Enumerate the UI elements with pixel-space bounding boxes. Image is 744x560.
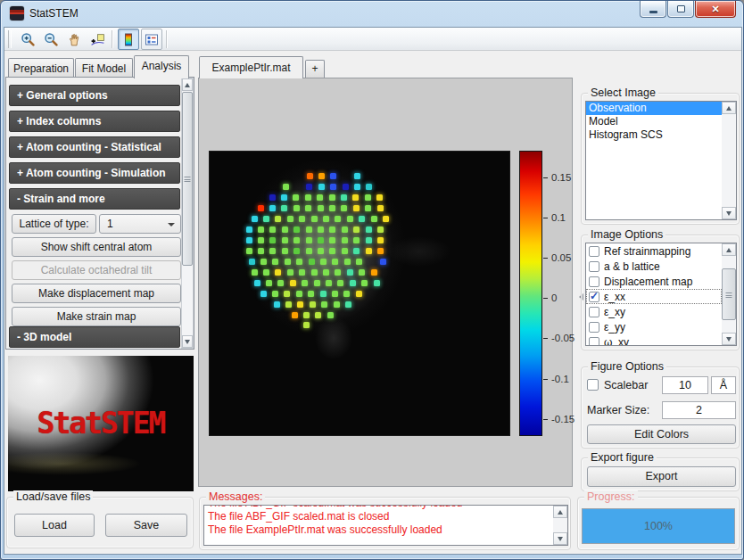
toolbar-grip[interactable] [8, 30, 12, 48]
panels-toggle-button[interactable] [141, 29, 162, 50]
scrollbar-thumb[interactable] [182, 92, 193, 266]
checkbox-icon[interactable] [589, 322, 599, 333]
colorbar-toggle-button[interactable] [118, 29, 139, 50]
section-3d-model[interactable]: - 3D model [9, 326, 180, 348]
image-option-row[interactable]: ω_xy [586, 334, 722, 346]
image-option-row[interactable]: Displacement map [586, 274, 722, 289]
left-panel-scrollbar[interactable] [181, 78, 194, 349]
section-index-columns[interactable]: + Index columns [9, 111, 180, 132]
section-general-options[interactable]: + General options [9, 85, 180, 106]
atom-marker [317, 194, 323, 201]
atom-marker [359, 216, 365, 222]
scroll-down-icon[interactable] [182, 335, 193, 348]
section-atom-counting-statistical[interactable]: + Atom counting - Statistical [9, 136, 180, 158]
scroll-up-icon[interactable] [182, 78, 193, 91]
section-strain-and-more[interactable]: - Strain and more [9, 188, 180, 210]
restore-button[interactable] [667, 1, 694, 18]
scrollbar-thumb[interactable] [722, 268, 736, 320]
atom-marker [352, 194, 359, 201]
checkbox-icon[interactable] [589, 246, 599, 257]
atom-marker [377, 237, 384, 243]
show-shift-central-atom-button[interactable]: Show shift central atom [12, 237, 181, 257]
image-option-label: ε_xx [604, 291, 625, 303]
image-option-row[interactable]: ε_yy [586, 319, 722, 334]
document-tab[interactable]: ExamplePtIr.mat [199, 56, 303, 78]
calculate-octahedral-tilt-button[interactable]: Calculate octahedral tilt [12, 260, 181, 280]
lattice-of-type-button[interactable]: Lattice of type: [12, 214, 96, 234]
checkbox-icon[interactable] [589, 276, 599, 287]
minimize-icon [649, 11, 657, 13]
atom-marker [249, 259, 255, 265]
select-image-item[interactable]: Model [586, 115, 722, 128]
select-image-scrollbar[interactable] [722, 102, 736, 219]
atom-marker [281, 194, 287, 201]
messages-listbox[interactable]: The file ABF_GIF scaled.mat was successf… [203, 505, 568, 546]
save-button[interactable]: Save [105, 514, 187, 537]
tab-preparation[interactable]: Preparation [8, 58, 74, 78]
scalebar-checkbox[interactable] [587, 379, 599, 391]
image-option-row[interactable]: ε_xy [586, 304, 722, 319]
select-image-listbox[interactable]: ObservationModelHistogram SCS [585, 101, 737, 220]
data-cursor-button[interactable] [87, 29, 108, 50]
tab-fit-model[interactable]: Fit Model [75, 58, 133, 78]
atom-marker [246, 248, 252, 254]
atom-marker [260, 291, 267, 297]
image-option-row[interactable]: Ref strainmapping [586, 243, 722, 259]
make-strain-map-button[interactable]: Make strain map [12, 307, 181, 326]
zoom-in-button[interactable] [17, 29, 38, 50]
load-save-group: Load/save files Load Save [6, 497, 194, 548]
checkbox-icon[interactable] [589, 307, 599, 317]
toolbar [4, 28, 741, 51]
image-options-scrollbar[interactable] [722, 243, 736, 345]
scalebar-value-input[interactable]: 10 [662, 376, 708, 394]
image-option-label: ε_yy [604, 321, 625, 334]
pan-button[interactable] [63, 29, 85, 50]
atom-marker [318, 205, 324, 211]
image-options-listbox[interactable]: Ref strainmappinga & b latticeDisplaceme… [585, 243, 737, 346]
scroll-down-icon[interactable] [553, 532, 567, 545]
image-option-row[interactable]: a & b lattice [586, 259, 722, 274]
atom-marker [269, 248, 276, 254]
app-icon [10, 6, 24, 21]
make-displacement-map-button[interactable]: Make displacement map [12, 284, 181, 303]
section-atom-counting-simulation[interactable]: + Atom counting - Simulation [9, 162, 180, 184]
export-button[interactable]: Export [587, 466, 736, 487]
scroll-up-icon[interactable] [553, 506, 567, 518]
tab-analysis[interactable]: Analysis [134, 55, 189, 78]
marker-size-input[interactable]: 2 [662, 401, 736, 419]
atom-marker [277, 280, 284, 286]
messages-scrollbar[interactable] [553, 506, 567, 545]
image-option-row[interactable]: ε_xx [586, 289, 722, 304]
atom-marker [309, 259, 315, 265]
new-tab-button[interactable]: + [305, 60, 325, 78]
colorbar-tick [543, 218, 548, 218]
scroll-down-icon[interactable] [722, 333, 736, 345]
atom-marker [377, 205, 384, 211]
atom-marker [246, 237, 252, 243]
select-image-item[interactable]: Histogram SCS [586, 128, 722, 142]
load-button[interactable]: Load [14, 514, 95, 537]
checkbox-icon[interactable] [589, 337, 599, 347]
checkbox-icon[interactable] [589, 261, 599, 272]
scroll-up-icon[interactable] [722, 102, 736, 114]
atom-marker [292, 312, 298, 318]
zoom-out-button[interactable] [40, 29, 62, 50]
stem-image[interactable] [209, 151, 510, 436]
minimize-button[interactable] [640, 1, 666, 18]
edit-colors-button[interactable]: Edit Colors [587, 424, 736, 444]
lattice-type-dropdown[interactable]: 1 [99, 214, 181, 234]
close-button[interactable]: ✕ [695, 1, 736, 18]
scroll-down-icon[interactable] [722, 207, 736, 219]
atom-marker [353, 237, 360, 243]
checkbox-icon[interactable] [589, 292, 599, 302]
atom-marker [342, 226, 348, 233]
atom-marker [347, 269, 353, 276]
atom-marker [290, 280, 296, 286]
image-option-label: ε_xy [604, 306, 625, 318]
scroll-up-icon[interactable] [722, 243, 736, 256]
atom-marker [274, 301, 280, 308]
atom-marker [302, 280, 308, 286]
select-image-item[interactable]: Observation [586, 102, 722, 115]
atom-marker [293, 226, 300, 233]
titlebar[interactable]: StatSTEM ✕ [1, 1, 743, 27]
